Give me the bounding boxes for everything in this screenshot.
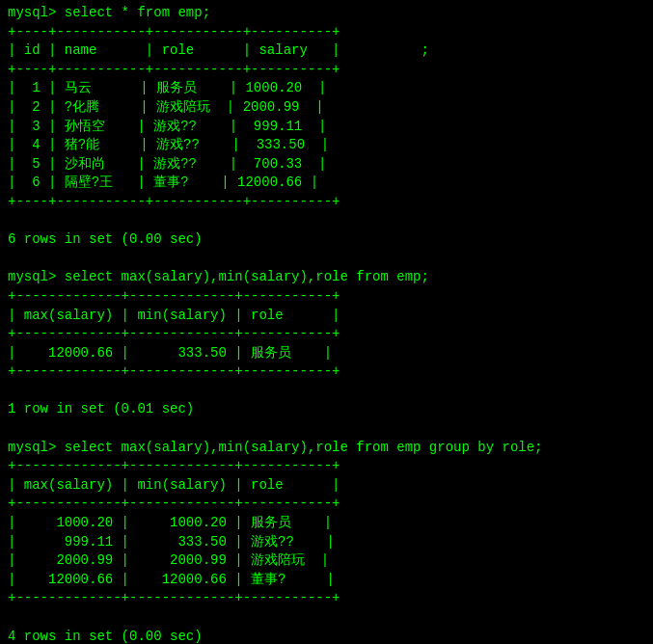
table1-row1: | 1 | 马云 | 服务员 | 1000.20 | <box>8 79 645 98</box>
table3-row1: | 1000.20 | 1000.20 | 服务员 | <box>8 514 645 533</box>
table1-result-text: 6 rows in set (0.00 sec) <box>8 230 645 250</box>
prompt1: mysql> <box>8 5 65 20</box>
query1-text: select * from emp; <box>65 5 210 20</box>
table1-border-bot: +----+-----------+-----------+----------… <box>8 193 645 212</box>
query2-prompt: mysql> select max(salary),min(salary),ro… <box>8 268 645 287</box>
table1-row4: | 4 | 猪?能 | 游戏?? | 333.50 | <box>8 136 645 155</box>
table2-blank <box>8 382 645 401</box>
table2-border-mid: +-------------+-------------+-----------… <box>8 325 645 344</box>
table1-border-top: +----+-----------+-----------+----------… <box>8 23 645 42</box>
table1-row2: | 2 | ?化腾 | 游戏陪玩 | 2000.99 | <box>8 98 645 118</box>
table3-header: | max(salary) | min(salary) | role | <box>8 476 645 496</box>
prompt2: mysql> <box>8 269 65 284</box>
table3-border-bot: +-------------+-------------+-----------… <box>8 589 645 608</box>
table2-border-top: +-------------+-------------+-----------… <box>8 287 645 307</box>
table1-result <box>8 212 645 231</box>
table3-border-top: +-------------+-------------+-----------… <box>8 457 645 476</box>
query2-text: select max(salary),min(salary),role from… <box>65 269 429 284</box>
table1-border-mid: +----+-----------+-----------+----------… <box>8 61 645 80</box>
table3-border-mid: +-------------+-------------+-----------… <box>8 495 645 514</box>
table1-row5: | 5 | 沙和尚 | 游戏?? | 700.33 | <box>8 155 645 174</box>
table3-row4: | 12000.66 | 12000.66 | 董事? | <box>8 571 645 590</box>
table3-result-text: 4 rows in set (0.00 sec) <box>8 628 645 644</box>
query1-prompt: mysql> select * from emp; <box>8 4 645 23</box>
table3-blank <box>8 608 645 628</box>
table1-row3: | 3 | 孙悟空 | 游戏?? | 999.11 | <box>8 118 645 137</box>
table1-header: | id | name | role | salary | ; <box>8 41 645 61</box>
table2-border-bot: +-------------+-------------+-----------… <box>8 362 645 382</box>
table3-row2: | 999.11 | 333.50 | 游戏?? | <box>8 533 645 552</box>
table3-row3: | 2000.99 | 2000.99 | 游戏陪玩 | <box>8 551 645 571</box>
prompt3: mysql> <box>8 440 65 455</box>
table2-header: | max(salary) | min(salary) | role | <box>8 307 645 326</box>
table1-row6: | 6 | 隔壁?王 | 董事? | 12000.66 | <box>8 174 645 193</box>
terminal: mysql> select * from emp; +----+--------… <box>8 4 645 644</box>
query3-prompt: mysql> select max(salary),min(salary),ro… <box>8 439 645 458</box>
query3-text: select max(salary),min(salary),role from… <box>65 440 543 455</box>
blank1 <box>8 250 645 269</box>
table2-result-text: 1 row in set (0.01 sec) <box>8 400 645 419</box>
blank2 <box>8 419 645 439</box>
table2-row1: | 12000.66 | 333.50 | 服务员 | <box>8 344 645 363</box>
